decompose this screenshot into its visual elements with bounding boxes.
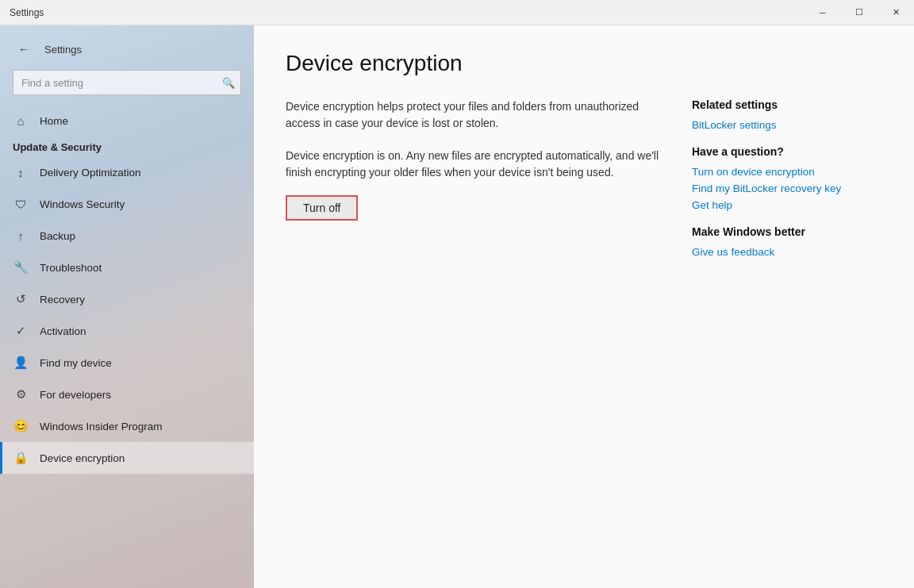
search-icon: 🔍 [222,77,235,89]
find-my-device-icon: 👤 [13,355,29,371]
sidebar-item-home-label: Home [40,115,68,127]
sidebar-item-home[interactable]: ⌂ Home [0,105,254,136]
description-text: Device encryption helps protect your fil… [286,98,660,132]
sidebar-item-backup-label: Backup [40,230,75,242]
delivery-optimization-icon: ↕ [13,164,29,180]
app-title-label: Settings [10,7,44,18]
make-windows-better-title: Make Windows better [692,225,882,238]
sidebar-item-find-my-device-label: Find my device [40,357,112,369]
main-section: Device encryption helps protect your fil… [286,98,660,563]
sidebar-item-troubleshoot[interactable]: 🔧 Troubleshoot [0,252,254,283]
sidebar-item-device-encryption-label: Device encryption [40,452,125,464]
back-button[interactable]: ← [13,38,35,60]
sidebar-item-recovery[interactable]: ↺ Recovery [0,283,254,315]
sidebar-top: ← Settings [0,25,254,67]
sidebar-item-device-encryption[interactable]: 🔒 Device encryption [0,442,254,474]
sidebar-item-windows-insider-label: Windows Insider Program [40,421,163,432]
get-help-link[interactable]: Get help [692,199,882,211]
sidebar-item-delivery-optimization-label: Delivery Optimization [40,167,141,179]
sidebar-item-windows-security[interactable]: 🛡 Windows Security [0,188,254,220]
for-developers-icon: ⚙ [13,386,29,402]
page-title: Device encryption [286,51,882,76]
recovery-icon: ↺ [13,291,29,307]
sidebar-item-find-my-device[interactable]: 👤 Find my device [0,347,254,379]
related-settings-title: Related settings [692,98,882,111]
titlebar: Settings ─ ☐ ✕ [0,0,914,25]
turn-off-button[interactable]: Turn off [286,195,358,221]
backup-icon: ↑ [13,228,29,244]
troubleshoot-icon: 🔧 [13,259,29,275]
search-box: 🔍 [13,70,241,95]
app-body: ← Settings 🔍 ⌂ Home Update & Security ↕ … [0,25,914,588]
content-body: Device encryption helps protect your fil… [286,98,882,563]
sidebar-item-for-developers[interactable]: ⚙ For developers [0,379,254,410]
device-encryption-icon: 🔒 [13,450,29,466]
sidebar-app-title: Settings [44,44,82,56]
sidebar-item-activation[interactable]: ✓ Activation [0,315,254,347]
sidebar-item-troubleshoot-label: Troubleshoot [40,262,102,274]
have-question-title: Have a question? [692,145,882,158]
give-feedback-link[interactable]: Give us feedback [692,246,882,258]
windows-insider-icon: 😊 [13,418,29,434]
bitlocker-settings-link[interactable]: BitLocker settings [692,119,882,131]
content-area: Device encryption Device encryption help… [254,25,914,588]
status-text: Device encryption is on. Any new files a… [286,148,660,181]
sidebar-section-label: Update & Security [0,136,254,156]
sidebar-item-for-developers-label: For developers [40,389,111,401]
sidebar-item-activation-label: Activation [40,325,86,337]
close-button[interactable]: ✕ [878,0,914,25]
find-bitlocker-key-link[interactable]: Find my BitLocker recovery key [692,183,882,194]
minimize-button[interactable]: ─ [805,0,841,25]
maximize-button[interactable]: ☐ [841,0,878,25]
sidebar-item-recovery-label: Recovery [40,294,85,306]
activation-icon: ✓ [13,323,29,339]
search-button[interactable]: 🔍 [216,70,241,95]
titlebar-left: Settings [10,7,44,18]
home-icon: ⌂ [13,113,29,129]
right-panel: Related settings BitLocker settings Have… [692,98,882,563]
sidebar-item-delivery-optimization[interactable]: ↕ Delivery Optimization [0,156,254,188]
sidebar-item-windows-insider-program[interactable]: 😊 Windows Insider Program [0,410,254,442]
titlebar-controls: ─ ☐ ✕ [805,0,914,25]
turn-on-encryption-link[interactable]: Turn on device encryption [692,166,882,178]
sidebar: ← Settings 🔍 ⌂ Home Update & Security ↕ … [0,25,254,588]
search-input[interactable] [13,70,241,95]
back-icon: ← [18,43,29,56]
sidebar-item-windows-security-label: Windows Security [40,198,125,210]
sidebar-item-backup[interactable]: ↑ Backup [0,220,254,252]
windows-security-icon: 🛡 [13,196,29,212]
